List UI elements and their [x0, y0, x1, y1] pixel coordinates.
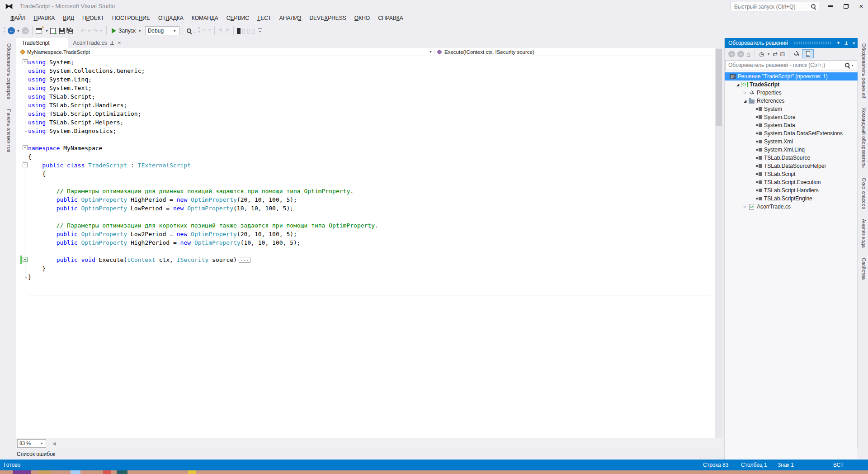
- tree-item[interactable]: System: [725, 105, 858, 113]
- expand-arrow-icon[interactable]: ▷: [742, 205, 748, 209]
- scroll-left-arrow-icon[interactable]: ◀: [52, 441, 56, 446]
- home-icon[interactable]: ⌂: [746, 51, 750, 57]
- collapsed-region-box[interactable]: ...: [239, 257, 250, 263]
- side-tab-left-2[interactable]: Панель элементов: [5, 104, 12, 157]
- code-line[interactable]: using TSLab.Script;: [28, 92, 378, 101]
- code-line[interactable]: }: [28, 264, 378, 273]
- forward-button[interactable]: →: [737, 51, 744, 57]
- tree-item[interactable]: Решение "TradeScript" (проектов: 1): [725, 72, 858, 81]
- menu-item-4[interactable]: ПРОЕКТ: [78, 13, 108, 24]
- types-dropdown[interactable]: MyNamespace.TradeScript: [18, 48, 90, 56]
- clear-bookmarks-icon[interactable]: ▯: [251, 27, 255, 34]
- tab-acorrtrade-cs[interactable]: AcorrTrade.cs×: [68, 38, 127, 48]
- taskbar-item[interactable]: [13, 470, 31, 474]
- outline-collapse-button[interactable]: −: [23, 162, 28, 167]
- menu-item-5[interactable]: ПОСТРОЕНИЕ: [108, 13, 154, 24]
- code-line[interactable]: public OptimProperty HighPeriod = new Op…: [28, 195, 378, 204]
- window-position-button[interactable]: ▼: [835, 39, 842, 47]
- code-line[interactable]: using TSLab.Script.Helpers;: [28, 118, 378, 127]
- tree-item[interactable]: System.Xml: [725, 137, 858, 146]
- members-dropdown[interactable]: Execute(IContext ctx, ISecurity source): [438, 48, 534, 56]
- menu-item-11[interactable]: DEVEXPRESS: [305, 13, 350, 24]
- taskbar-item[interactable]: [71, 470, 80, 474]
- toolbar-overflow-button[interactable]: ▼: [258, 28, 262, 33]
- code-line[interactable]: public class TradeScript : IExternalScri…: [28, 161, 378, 170]
- save-all-button[interactable]: [66, 27, 74, 34]
- code-line[interactable]: public void Execute(IContext ctx, ISecur…: [28, 256, 378, 264]
- code-line[interactable]: {: [28, 170, 378, 178]
- code-line[interactable]: // Параметры оптимизации для коротких по…: [28, 221, 378, 230]
- code-line[interactable]: using TSLab.Script.Optimization;: [28, 109, 378, 118]
- solution-search-input[interactable]: Обозреватель решений - поиск (Ctrl+;) ▼: [725, 60, 857, 70]
- code-line[interactable]: [28, 178, 378, 187]
- menu-item-9[interactable]: ТЕСТ: [253, 13, 275, 24]
- uncomment-selection-icon[interactable]: ≡: [208, 27, 211, 34]
- toolbar-grip[interactable]: [198, 27, 200, 34]
- tree-item[interactable]: TSLab.Script.Execution: [725, 178, 858, 186]
- taskbar-item[interactable]: [103, 470, 111, 474]
- menu-item-1[interactable]: ФАЙЛ: [6, 13, 29, 24]
- tab-tradescript[interactable]: TradeScript: [16, 38, 68, 48]
- side-tab-right-5[interactable]: Свойства: [859, 253, 867, 284]
- indent-icon[interactable]: ↱: [225, 27, 230, 34]
- editor-horizontal-scrollbar[interactable]: 83 % ▼ ◀: [16, 438, 722, 449]
- tree-item[interactable]: TSLab.Script.Handlers: [725, 186, 858, 194]
- close-panel-button[interactable]: ×: [850, 39, 858, 47]
- tree-item[interactable]: TSLab.Script: [725, 170, 858, 178]
- outline-collapse-button[interactable]: −: [23, 145, 28, 150]
- preview-selected-items-toggle[interactable]: [802, 49, 814, 58]
- start-debugging-button[interactable]: Запуск ▼: [110, 28, 143, 34]
- side-tab-right-4[interactable]: Анализ кода: [859, 214, 867, 252]
- save-button[interactable]: [59, 28, 65, 34]
- tree-item[interactable]: TSLab.DataSource: [725, 154, 858, 162]
- tree-item[interactable]: System.Core: [725, 113, 858, 121]
- side-tab-right-2[interactable]: Командный обозреватель: [859, 104, 867, 172]
- menu-item-7[interactable]: КОМАНДА: [188, 13, 222, 24]
- outdent-icon[interactable]: ↰: [218, 27, 223, 34]
- properties-wrench-icon[interactable]: [793, 51, 800, 57]
- code-line[interactable]: namespace MyNamespace: [28, 144, 378, 152]
- toggle-bookmark-button[interactable]: [237, 28, 241, 34]
- code-line[interactable]: using System.Text;: [28, 84, 378, 92]
- code-line[interactable]: using System.Linq;: [28, 75, 378, 84]
- code-line[interactable]: using TSLab.Script.Handlers;: [28, 101, 378, 109]
- navigate-forward-button[interactable]: →: [22, 27, 29, 34]
- search-dropdown-icon[interactable]: ▼: [850, 64, 854, 67]
- minimize-button[interactable]: [824, 1, 837, 11]
- redo-button[interactable]: ↷: [93, 27, 98, 34]
- debug-configuration-combobox[interactable]: Debug ▼: [145, 26, 179, 35]
- side-tab-left-1[interactable]: Обозреватель серверов: [5, 39, 12, 104]
- tree-item[interactable]: System.Xml.Linq: [725, 146, 858, 154]
- menu-item-13[interactable]: СПРАВКА: [374, 13, 407, 24]
- code-line[interactable]: {: [28, 152, 378, 161]
- code-line[interactable]: public OptimProperty Low2Period = new Op…: [28, 230, 378, 238]
- next-bookmark-icon[interactable]: ▯: [246, 27, 250, 34]
- filter-dropdown-icon[interactable]: ▼: [766, 52, 770, 56]
- code-line[interactable]: using System;: [28, 58, 378, 66]
- editor-vertical-scrollbar[interactable]: [715, 48, 722, 438]
- code-line[interactable]: // Параметры оптимизации для длинных поз…: [28, 187, 378, 195]
- menu-item-12[interactable]: ОКНО: [350, 13, 374, 24]
- navigate-backward-dropdown-icon[interactable]: ▼: [16, 29, 20, 33]
- code-line[interactable]: using System.Diagnostics;: [28, 127, 378, 135]
- toolbar-grip[interactable]: [4, 27, 5, 34]
- back-button[interactable]: ←: [728, 51, 735, 57]
- side-tab-right-3[interactable]: Окно классов: [859, 173, 867, 213]
- sync-with-active-document-icon[interactable]: ⇄: [773, 51, 778, 57]
- collapse-arrow-icon[interactable]: ◢: [742, 99, 748, 103]
- tree-item[interactable]: ◢References: [725, 97, 858, 105]
- tree-item[interactable]: System.Data.DataSetExtensions: [725, 129, 858, 137]
- tree-item[interactable]: ▷Properties: [725, 89, 858, 97]
- tree-item[interactable]: TSLab.ScriptEngine: [725, 194, 858, 203]
- windows-taskbar[interactable]: [0, 470, 868, 474]
- code-line[interactable]: public OptimProperty LowPeriod = new Opt…: [28, 204, 378, 213]
- auto-hide-pin-button[interactable]: [842, 39, 850, 47]
- types-dropdown-caret-icon[interactable]: ▼: [429, 50, 433, 53]
- new-project-dropdown-icon[interactable]: ▼: [45, 29, 49, 33]
- code-line[interactable]: [28, 135, 378, 144]
- menu-item-8[interactable]: СЕРВИС: [222, 13, 253, 24]
- code-line[interactable]: [28, 247, 378, 256]
- pending-changes-filter-icon[interactable]: ◷: [759, 51, 764, 57]
- solution-explorer-title-bar[interactable]: Обозреватель решений ▼ ×: [725, 38, 858, 48]
- quick-launch-search-input[interactable]: Быстрый запуск (Ctrl+Q): [731, 2, 819, 11]
